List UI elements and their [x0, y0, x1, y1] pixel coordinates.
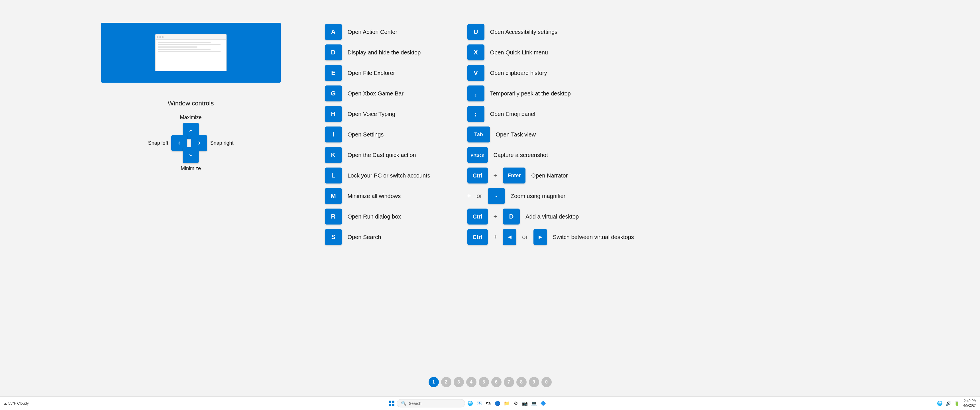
key-badge[interactable]: -	[488, 188, 505, 204]
minimize-control: Minimize	[181, 147, 201, 172]
key-badge[interactable]: ◂	[503, 229, 516, 245]
weather-widget[interactable]: ☁ 55°F Cloudy	[3, 401, 29, 405]
pagination: 1234567890	[429, 377, 552, 387]
snap-left-label: Snap left	[148, 140, 169, 146]
shortcut-desc: Temporarily peek at the desktop	[490, 90, 571, 97]
left-panel: Window controls Maximize Snap left	[91, 23, 291, 172]
window-line	[158, 51, 221, 52]
taskbar-clock[interactable]: 2:40 PM 4/5/2024	[963, 399, 977, 408]
tray-icon-volume[interactable]: 🔊	[944, 399, 952, 407]
shortcut-desc: Open Action Center	[348, 29, 398, 35]
key-badge[interactable]: E	[325, 65, 342, 81]
taskbar: ☁ 55°F Cloudy 🔍 Search 🌐 📧 🛍 🔵 📁 ⚙ 📷 💻 🔷…	[0, 396, 980, 410]
key-badge[interactable]: R	[325, 208, 342, 224]
taskbar-icon-vscode[interactable]: 🔷	[539, 399, 547, 407]
pagination-dot[interactable]: 3	[453, 377, 464, 387]
key-badge[interactable]: H	[325, 106, 342, 122]
tray-icon-battery[interactable]: 🔋	[953, 399, 961, 407]
pagination-dot[interactable]: 6	[491, 377, 501, 387]
key-badge[interactable]: ,	[467, 86, 484, 102]
window-line	[158, 42, 211, 43]
shortcut-row: Ctrl+DAdd a virtual desktop	[467, 207, 634, 226]
key-badge[interactable]: L	[325, 167, 342, 183]
key-badge[interactable]: X	[467, 44, 484, 60]
key-badge[interactable]: Enter	[503, 167, 525, 183]
shortcut-row: HOpen Voice Typing	[325, 105, 439, 123]
key-badge[interactable]: ▸	[533, 229, 547, 245]
key-badge[interactable]: A	[325, 24, 342, 40]
pagination-dot[interactable]: 7	[504, 377, 514, 387]
window-inner	[155, 34, 226, 71]
key-badge[interactable]: ;	[467, 106, 484, 122]
taskbar-icon-browser[interactable]: 🌐	[466, 399, 474, 407]
taskbar-search[interactable]: 🔍 Search	[397, 399, 465, 407]
window-illustration	[101, 23, 281, 83]
key-badge[interactable]: M	[325, 188, 342, 204]
shortcuts-left-column: AOpen Action CenterDDisplay and hide the…	[325, 23, 439, 246]
tray-icon-network[interactable]: 🌐	[936, 399, 944, 407]
snap-right-label: Snap right	[210, 140, 233, 146]
title-dot	[159, 36, 161, 38]
key-badge[interactable]: S	[325, 229, 342, 245]
window-line	[158, 44, 221, 45]
pagination-dot[interactable]: 5	[479, 377, 489, 387]
search-icon: 🔍	[401, 400, 407, 406]
key-badge[interactable]: Ctrl	[467, 208, 488, 224]
shortcut-desc: Open clipboard history	[490, 70, 547, 76]
shortcut-row: ,Temporarily peek at the desktop	[467, 84, 634, 103]
shortcut-desc: Open Voice Typing	[348, 111, 396, 118]
shortcut-desc: Open the Cast quick action	[348, 152, 416, 159]
window-titlebar	[156, 35, 226, 40]
pagination-dot[interactable]: 9	[529, 377, 539, 387]
window-body	[156, 40, 226, 54]
taskbar-icon-files[interactable]: 📁	[503, 399, 511, 407]
shortcut-row: GOpen Xbox Game Bar	[325, 84, 439, 103]
clock-date: 4/5/2024	[963, 404, 977, 408]
key-badge[interactable]: U	[467, 24, 484, 40]
taskbar-icon-mail[interactable]: 📧	[475, 399, 483, 407]
svg-rect-3	[392, 404, 395, 406]
pagination-dot[interactable]: 8	[516, 377, 527, 387]
plus-sign: +	[493, 172, 497, 179]
taskbar-icon-terminal[interactable]: 💻	[530, 399, 538, 407]
svg-rect-0	[389, 400, 391, 403]
key-badge[interactable]: D	[503, 208, 520, 224]
shortcut-row: VOpen clipboard history	[467, 64, 634, 82]
minimize-button[interactable]	[183, 147, 199, 163]
shortcut-row: XOpen Quick Link menu	[467, 43, 634, 62]
window-controls-section: Window controls Maximize Snap left	[148, 100, 234, 172]
key-badge[interactable]: Tab	[467, 127, 490, 143]
shortcut-row: EOpen File Explorer	[325, 64, 439, 82]
shortcut-row: DDisplay and hide the desktop	[325, 43, 439, 62]
system-tray: 🌐 🔊 🔋	[936, 399, 961, 407]
window-line	[158, 49, 211, 50]
shortcut-row: Ctrl+EnterOpen Narrator	[467, 166, 634, 184]
key-badge[interactable]: K	[325, 147, 342, 163]
pagination-dot[interactable]: 2	[441, 377, 452, 387]
pagination-dot[interactable]: 0	[541, 377, 552, 387]
key-badge[interactable]: Ctrl	[467, 229, 488, 245]
shortcut-row: MMinimize all windows	[325, 187, 439, 205]
shortcut-row: ;Open Emoji panel	[467, 105, 634, 123]
taskbar-right: 🌐 🔊 🔋 2:40 PM 4/5/2024	[897, 399, 977, 408]
key-badge[interactable]: Ctrl	[467, 167, 488, 183]
taskbar-icon-store[interactable]: 🛍	[484, 399, 492, 407]
key-badge[interactable]: V	[467, 65, 484, 81]
shortcut-row: PrtScnCapture a screenshot	[467, 146, 634, 164]
windows-start-button[interactable]	[388, 399, 396, 407]
search-bar-text: Search	[409, 401, 422, 406]
shortcut-desc: Lock your PC or switch accounts	[348, 172, 430, 179]
clock-time: 2:40 PM	[964, 399, 977, 404]
pagination-dot[interactable]: 4	[466, 377, 476, 387]
key-badge[interactable]: D	[325, 44, 342, 60]
key-badge[interactable]: I	[325, 127, 342, 143]
key-badge[interactable]: PrtScn	[467, 147, 488, 163]
taskbar-icon-edge[interactable]: 🔵	[493, 399, 501, 407]
or-sign: or	[476, 192, 482, 200]
key-badge[interactable]: G	[325, 86, 342, 102]
shortcut-desc: Open Xbox Game Bar	[348, 90, 404, 97]
pagination-dot[interactable]: 1	[429, 377, 439, 387]
taskbar-icon-settings[interactable]: ⚙	[512, 399, 520, 407]
shortcut-row: +or-Zoom using magnifier	[467, 187, 634, 205]
taskbar-icon-camera[interactable]: 📷	[521, 399, 529, 407]
